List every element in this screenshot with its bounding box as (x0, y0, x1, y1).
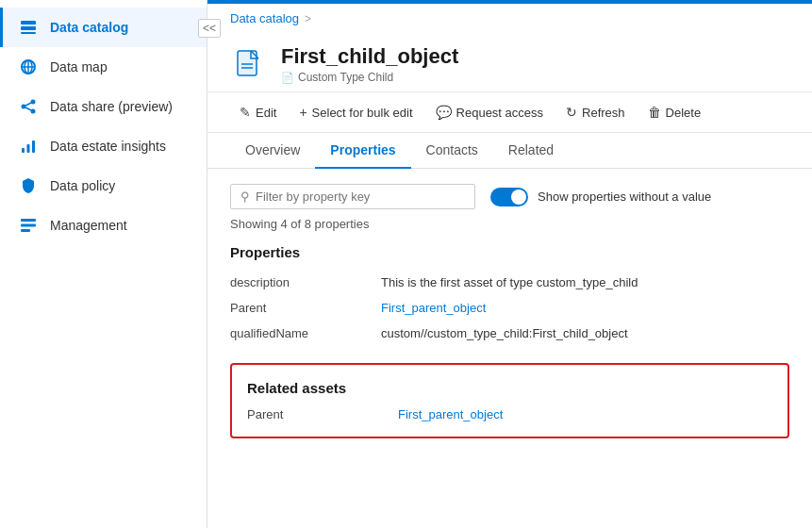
sidebar-item-label: Data map (50, 59, 108, 74)
tab-related[interactable]: Related (493, 133, 569, 169)
svg-rect-1 (21, 26, 36, 30)
svg-rect-13 (21, 219, 36, 222)
map-icon (18, 57, 39, 77)
asset-title-block: First_child_object 📄 Custom Type Child (281, 44, 458, 84)
sidebar-item-data-share[interactable]: Data share (preview) (0, 87, 207, 126)
related-key: Parent (247, 407, 398, 421)
showing-count: Showing 4 of 8 properties (230, 217, 789, 231)
request-access-icon: 💬 (436, 105, 452, 120)
tab-contacts[interactable]: Contacts (411, 133, 493, 169)
subtitle-doc-icon: 📄 (281, 72, 294, 84)
svg-rect-2 (21, 32, 36, 34)
delete-icon: 🗑 (648, 105, 661, 120)
prop-value-parent-link[interactable]: First_parent_object (381, 301, 789, 315)
prop-row-description: description This is the first asset of t… (230, 270, 789, 295)
bulk-edit-icon: + (299, 105, 307, 120)
properties-section-title: Properties (230, 244, 789, 260)
asset-file-icon (230, 45, 268, 83)
related-value-link[interactable]: First_parent_object (398, 407, 503, 421)
request-access-label: Request access (456, 106, 544, 120)
svg-rect-12 (32, 140, 35, 153)
insights-icon (18, 136, 39, 157)
svg-rect-14 (21, 224, 36, 227)
asset-header: First_child_object 📄 Custom Type Child (207, 33, 812, 92)
related-assets-title: Related assets (247, 380, 772, 396)
filter-input[interactable] (256, 190, 465, 204)
management-icon (18, 215, 39, 236)
delete-button[interactable]: 🗑 Delete (638, 100, 711, 124)
main-content: Data catalog > First_child_object 📄 Cust… (207, 0, 812, 528)
sidebar-item-data-map[interactable]: Data map (0, 47, 207, 87)
share-icon (18, 96, 39, 117)
svg-line-9 (25, 107, 31, 110)
refresh-label: Refresh (582, 106, 625, 120)
svg-rect-0 (21, 21, 36, 25)
svg-rect-11 (27, 144, 30, 153)
bulk-edit-button[interactable]: + Select for bulk edit (290, 100, 422, 124)
edit-icon: ✎ (240, 105, 251, 120)
breadcrumb-link[interactable]: Data catalog (230, 11, 299, 25)
request-access-button[interactable]: 💬 Request access (426, 100, 554, 124)
sidebar-item-data-policy[interactable]: Data policy (0, 166, 207, 206)
policy-icon (18, 175, 39, 196)
prop-value-description: This is the first asset of type custom_t… (381, 275, 789, 289)
sidebar-item-data-estate[interactable]: Data estate insights (0, 126, 207, 166)
collapse-sidebar-button[interactable]: << (198, 19, 221, 38)
sidebar-item-label: Data catalog (50, 20, 128, 35)
refresh-icon: ↻ (566, 105, 577, 120)
prop-key: qualifiedName (230, 326, 381, 340)
svg-line-8 (25, 103, 31, 106)
asset-type-label: Custom Type Child (298, 71, 393, 84)
prop-row-qualifiedname: qualifiedName custom//custom_type_child:… (230, 321, 789, 346)
filter-row: ⚲ Show properties without a value (230, 184, 789, 209)
edit-button[interactable]: ✎ Edit (230, 100, 286, 124)
filter-icon: ⚲ (240, 190, 250, 204)
tab-overview[interactable]: Overview (230, 133, 315, 169)
toolbar: ✎ Edit + Select for bulk edit 💬 Request … (207, 92, 812, 133)
breadcrumb: Data catalog > (207, 4, 812, 33)
tabs-bar: Overview Properties Contacts Related (207, 133, 812, 169)
toggle-row: Show properties without a value (490, 188, 711, 206)
prop-value-qualifiedname: custom//custom_type_child:First_child_ob… (381, 326, 789, 340)
asset-title: First_child_object (281, 44, 458, 69)
refresh-button[interactable]: ↻ Refresh (556, 100, 635, 124)
catalog-icon (18, 17, 39, 38)
svg-point-5 (31, 100, 36, 105)
toggle-label: Show properties without a value (538, 190, 711, 204)
sidebar-item-label: Data policy (50, 178, 115, 193)
svg-rect-10 (22, 148, 25, 153)
show-properties-toggle[interactable] (490, 188, 528, 206)
sidebar-item-label: Data estate insights (50, 139, 166, 154)
toggle-knob (511, 190, 526, 205)
asset-subtitle: 📄 Custom Type Child (281, 71, 458, 84)
filter-input-wrap[interactable]: ⚲ (230, 184, 475, 209)
svg-point-7 (22, 105, 26, 109)
sidebar-item-label: Data share (preview) (50, 99, 173, 114)
bulk-edit-label: Select for bulk edit (312, 106, 413, 120)
sidebar-item-management[interactable]: Management (0, 206, 207, 245)
content-area: ⚲ Show properties without a value Showin… (207, 169, 812, 528)
delete-label: Delete (666, 106, 702, 120)
related-assets-box: Related assets Parent First_parent_objec… (230, 363, 789, 438)
sidebar-item-label: Management (50, 218, 127, 233)
prop-key: description (230, 275, 381, 289)
sidebar-item-data-catalog[interactable]: Data catalog (0, 8, 207, 47)
prop-row-parent: Parent First_parent_object (230, 295, 789, 321)
related-assets-row: Parent First_parent_object (247, 407, 772, 421)
prop-key: Parent (230, 301, 381, 315)
breadcrumb-separator: > (305, 12, 311, 25)
edit-label: Edit (256, 106, 276, 120)
sidebar: << Data catalog Data map Data share (pre… (0, 0, 207, 528)
svg-point-6 (31, 109, 36, 114)
tab-properties[interactable]: Properties (315, 133, 410, 169)
svg-rect-15 (21, 229, 30, 232)
